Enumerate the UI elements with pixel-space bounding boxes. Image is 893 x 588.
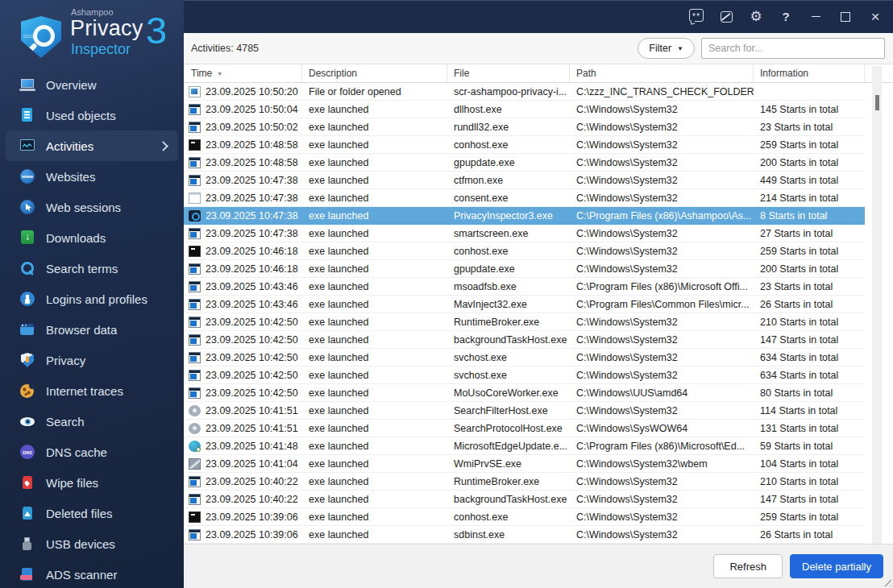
brand-product-subname: Inspector (71, 41, 131, 58)
table-row[interactable]: 23.09.2025 10:40:22exe launchedRuntimeBr… (184, 473, 865, 491)
cell-path: C:\Windows\System32 (570, 104, 754, 115)
sidebar-item-usb-devices[interactable]: USB devices (6, 528, 178, 559)
time-value: 23.09.2025 10:40:22 (206, 476, 298, 487)
table-row[interactable]: 23.09.2025 10:50:04exe launcheddllhost.e… (184, 101, 865, 118)
sidebar-item-privacy[interactable]: Privacy (6, 345, 178, 375)
privacy-icon (19, 352, 35, 368)
table-row[interactable]: 23.09.2025 10:47:38exe launchedctfmon.ex… (184, 172, 865, 189)
cell-information: 26 Starts in total (754, 529, 865, 540)
sidebar-item-logins-and-profiles[interactable]: Logins and profiles (6, 284, 178, 314)
help-icon[interactable]: ? (776, 7, 795, 27)
table-row[interactable]: 23.09.2025 10:48:58exe launchedgpupdate.… (184, 154, 865, 172)
table-row[interactable]: 23.09.2025 10:47:38exe launchedsmartscre… (184, 225, 865, 242)
sidebar-item-wipe-files[interactable]: Wipe files (6, 467, 178, 498)
settings-icon[interactable]: ⚙ (746, 7, 766, 27)
table-row[interactable]: 23.09.2025 10:41:51exe launchedSearchFil… (184, 402, 865, 420)
sidebar-item-activities[interactable]: Activities (6, 130, 178, 161)
sidebar-item-search[interactable]: Search (6, 406, 178, 437)
cell-information: 634 Starts in total (754, 352, 865, 363)
scrollbar-thumb[interactable] (875, 95, 879, 110)
console-icon (189, 246, 201, 257)
cell-path: C:\Program Files (x86)\Ashampoo\As... (570, 210, 754, 222)
maximize-icon[interactable] (836, 7, 855, 27)
cell-file: SearchFilterHost.exe (447, 405, 570, 416)
cell-time: 23.09.2025 10:46:18 (184, 246, 302, 257)
table-row[interactable]: 23.09.2025 10:47:38exe launchedconsent.e… (184, 189, 865, 207)
table-row[interactable]: 23.09.2025 10:42:50exe launchedsvchost.e… (184, 349, 865, 366)
sidebar-item-deleted-files[interactable]: Deleted files (6, 498, 178, 528)
table-row[interactable]: 23.09.2025 10:39:06exe launchedsdbinst.e… (184, 526, 865, 544)
sidebar-item-downloads[interactable]: Downloads (6, 222, 178, 253)
table-row[interactable]: 23.09.2025 10:43:46exe launchedmsoadfsb.… (184, 278, 865, 296)
table-row[interactable]: 23.09.2025 10:42:50exe launchedsvchost.e… (184, 366, 865, 384)
sidebar-item-websites[interactable]: wwwWebsites (6, 161, 178, 192)
table-row[interactable]: 23.09.2025 10:50:20File or folder opened… (184, 83, 865, 101)
table-row[interactable]: 23.09.2025 10:40:22exe launchedbackgroun… (184, 491, 865, 508)
column-header-label: Description (309, 68, 357, 79)
cell-information: 449 Starts in total (754, 175, 865, 186)
sidebar-item-overview[interactable]: Overview (6, 69, 178, 100)
cell-information: 214 Starts in total (754, 193, 865, 204)
sidebar-item-ads-scanner[interactable]: ADS scanner (6, 559, 178, 588)
feedback-icon[interactable] (687, 7, 706, 27)
cell-description: exe launched (302, 246, 447, 257)
close-icon[interactable]: × (866, 7, 885, 27)
time-value: 23.09.2025 10:41:48 (206, 441, 298, 452)
search-input[interactable] (701, 38, 885, 59)
cell-description: exe launched (302, 263, 447, 275)
refresh-button[interactable]: Refresh (713, 554, 783, 578)
column-header-path[interactable]: Path (570, 64, 754, 82)
resize-grip-icon[interactable] (881, 576, 891, 586)
app-window-icon (189, 352, 201, 363)
table-row[interactable]: 23.09.2025 10:42:50exe launchedRuntimeBr… (184, 313, 865, 331)
table-row[interactable]: 23.09.2025 10:48:58exe launchedconhost.e… (184, 136, 865, 154)
cell-path: C:\Windows\System32 (570, 139, 754, 151)
time-value: 23.09.2025 10:47:38 (206, 210, 298, 222)
column-header-time[interactable]: Time▼ (184, 64, 302, 82)
table-body: 23.09.2025 10:50:20File or folder opened… (184, 83, 865, 544)
sidebar-item-dns-cache[interactable]: DNSDNS cache (6, 437, 178, 467)
vertical-scrollbar[interactable] (872, 66, 882, 544)
column-header-information[interactable]: Information (754, 64, 865, 82)
table-row[interactable]: 23.09.2025 10:43:46exe launchedMavInject… (184, 296, 865, 313)
table-row[interactable]: 23.09.2025 10:41:51exe launchedSearchPro… (184, 420, 865, 437)
table-row[interactable]: 23.09.2025 10:46:18exe launchedconhost.e… (184, 242, 865, 260)
delete-partially-button[interactable]: Delete partially (790, 554, 883, 578)
table-row[interactable]: 23.09.2025 10:46:18exe launchedgpupdate.… (184, 260, 865, 278)
time-value: 23.09.2025 10:48:58 (206, 139, 298, 151)
cell-file: RuntimeBroker.exe (447, 476, 570, 487)
table-row[interactable]: 23.09.2025 10:41:04exe launchedWmiPrvSE.… (184, 455, 865, 473)
time-value: 23.09.2025 10:48:58 (206, 157, 298, 168)
sidebar-item-search-terms[interactable]: Search terms (6, 253, 178, 284)
cell-file: gpupdate.exe (447, 157, 570, 168)
cell-file: MavInject32.exe (447, 299, 570, 310)
app-window-icon (189, 476, 201, 487)
table-row[interactable]: 23.09.2025 10:41:48exe launchedMicrosoft… (184, 437, 865, 455)
sidebar-item-browser-data[interactable]: Browser data (6, 314, 178, 345)
table-header: Time▼DescriptionFilePathInformation (184, 64, 893, 83)
filter-button[interactable]: Filter ▼ (638, 38, 695, 59)
table-row[interactable]: 23.09.2025 10:47:38exe launchedPrivacyIn… (184, 207, 865, 225)
app-logo: 0101 Ashampoo Privacy Inspector 3 (0, 0, 184, 69)
app-window-icon (189, 157, 201, 168)
search-icon (19, 413, 35, 429)
cell-time: 23.09.2025 10:43:46 (184, 299, 302, 310)
table-row[interactable]: 23.09.2025 10:42:50exe launchedbackgroun… (184, 331, 865, 349)
sidebar-item-internet-traces[interactable]: Internet traces (6, 375, 178, 406)
column-header-description[interactable]: Description (302, 64, 447, 82)
sidebar-item-label: Web sessions (46, 201, 121, 214)
cell-path: C:\Windows\System32 (570, 228, 754, 239)
table-row[interactable]: 23.09.2025 10:42:50exe launchedMoUsoCore… (184, 384, 865, 402)
sidebar-item-web-sessions[interactable]: Web sessions (6, 192, 178, 222)
column-header-file[interactable]: File (447, 64, 570, 82)
notes-icon[interactable] (716, 7, 736, 27)
logins-and-profiles-icon (19, 291, 35, 307)
table-row[interactable]: 23.09.2025 10:39:06exe launchedconhost.e… (184, 508, 865, 526)
app-window: ⚙?× 0101 Ashampoo Privacy Inspector 3 Ov… (0, 0, 893, 588)
sidebar-item-used-objects[interactable]: Used objects (6, 100, 178, 130)
table-row[interactable]: 23.09.2025 10:50:02exe launchedrundll32.… (184, 118, 865, 136)
cell-description: exe launched (302, 441, 447, 452)
minimize-icon[interactable] (806, 7, 825, 27)
cell-information: 26 Starts in total (754, 299, 865, 310)
footer-bar: Refresh Delete partially (184, 544, 893, 588)
